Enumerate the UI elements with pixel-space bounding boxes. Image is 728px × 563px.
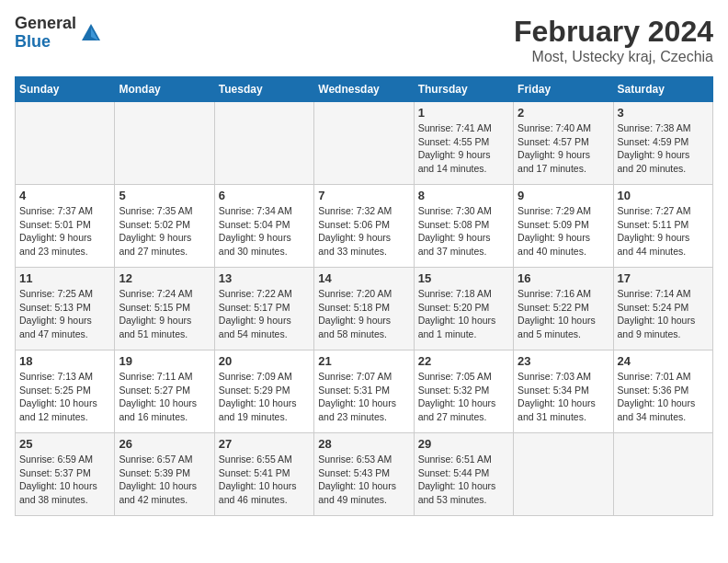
day-info: Sunrise: 7:24 AM Sunset: 5:15 PM Dayligh… bbox=[119, 287, 210, 341]
month-title: February 2024 bbox=[514, 15, 713, 49]
logo-icon bbox=[78, 20, 104, 46]
calendar-week-row: 4Sunrise: 7:37 AM Sunset: 5:01 PM Daylig… bbox=[16, 185, 713, 268]
calendar-header-tuesday: Tuesday bbox=[214, 77, 313, 102]
day-number: 26 bbox=[119, 437, 210, 451]
calendar-cell bbox=[613, 433, 712, 516]
day-number: 24 bbox=[618, 354, 709, 368]
day-info: Sunrise: 7:34 AM Sunset: 5:04 PM Dayligh… bbox=[219, 204, 310, 259]
calendar-cell: 3Sunrise: 7:38 AM Sunset: 4:59 PM Daylig… bbox=[613, 102, 712, 185]
calendar-week-row: 18Sunrise: 7:13 AM Sunset: 5:25 PM Dayli… bbox=[16, 350, 713, 433]
day-info: Sunrise: 7:32 AM Sunset: 5:06 PM Dayligh… bbox=[318, 204, 409, 259]
calendar-cell: 6Sunrise: 7:34 AM Sunset: 5:04 PM Daylig… bbox=[214, 185, 313, 268]
day-info: Sunrise: 6:55 AM Sunset: 5:41 PM Dayligh… bbox=[219, 453, 310, 507]
day-number: 8 bbox=[418, 189, 509, 202]
day-number: 20 bbox=[219, 354, 310, 368]
calendar-cell: 9Sunrise: 7:29 AM Sunset: 5:09 PM Daylig… bbox=[514, 185, 613, 268]
header: General Blue February 2024 Most, Ustecky… bbox=[15, 15, 713, 65]
day-number: 28 bbox=[318, 437, 409, 451]
day-number: 13 bbox=[219, 271, 310, 285]
calendar-cell: 25Sunrise: 6:59 AM Sunset: 5:37 PM Dayli… bbox=[16, 433, 115, 516]
calendar-cell: 23Sunrise: 7:03 AM Sunset: 5:34 PM Dayli… bbox=[514, 350, 613, 433]
calendar-header-friday: Friday bbox=[514, 77, 613, 102]
day-number: 5 bbox=[119, 189, 210, 202]
day-number: 4 bbox=[19, 189, 110, 202]
day-info: Sunrise: 7:38 AM Sunset: 4:59 PM Dayligh… bbox=[618, 121, 709, 176]
day-info: Sunrise: 7:41 AM Sunset: 4:55 PM Dayligh… bbox=[418, 121, 509, 176]
day-info: Sunrise: 7:11 AM Sunset: 5:27 PM Dayligh… bbox=[119, 370, 210, 424]
calendar-cell: 2Sunrise: 7:40 AM Sunset: 4:57 PM Daylig… bbox=[514, 102, 613, 185]
calendar-cell: 18Sunrise: 7:13 AM Sunset: 5:25 PM Dayli… bbox=[16, 350, 115, 433]
calendar-header-wednesday: Wednesday bbox=[314, 77, 414, 102]
calendar-cell: 21Sunrise: 7:07 AM Sunset: 5:31 PM Dayli… bbox=[314, 350, 414, 433]
calendar: SundayMondayTuesdayWednesdayThursdayFrid… bbox=[15, 76, 713, 516]
calendar-header-monday: Monday bbox=[115, 77, 214, 102]
day-number: 11 bbox=[19, 271, 110, 285]
day-info: Sunrise: 7:22 AM Sunset: 5:17 PM Dayligh… bbox=[219, 287, 310, 341]
day-info: Sunrise: 7:35 AM Sunset: 5:02 PM Dayligh… bbox=[119, 204, 210, 259]
calendar-cell: 8Sunrise: 7:30 AM Sunset: 5:08 PM Daylig… bbox=[414, 185, 513, 268]
calendar-cell: 29Sunrise: 6:51 AM Sunset: 5:44 PM Dayli… bbox=[414, 433, 513, 516]
day-info: Sunrise: 7:25 AM Sunset: 5:13 PM Dayligh… bbox=[19, 287, 110, 341]
day-number: 21 bbox=[318, 354, 409, 368]
logo-blue-text: Blue bbox=[15, 33, 76, 52]
day-info: Sunrise: 6:57 AM Sunset: 5:39 PM Dayligh… bbox=[119, 453, 210, 507]
day-info: Sunrise: 7:16 AM Sunset: 5:22 PM Dayligh… bbox=[518, 287, 609, 341]
calendar-cell: 28Sunrise: 6:53 AM Sunset: 5:43 PM Dayli… bbox=[314, 433, 414, 516]
calendar-cell: 12Sunrise: 7:24 AM Sunset: 5:15 PM Dayli… bbox=[115, 268, 214, 350]
calendar-week-row: 1Sunrise: 7:41 AM Sunset: 4:55 PM Daylig… bbox=[16, 102, 713, 185]
day-info: Sunrise: 7:27 AM Sunset: 5:11 PM Dayligh… bbox=[618, 204, 709, 259]
day-number: 22 bbox=[418, 354, 509, 368]
calendar-cell bbox=[514, 433, 613, 516]
calendar-week-row: 11Sunrise: 7:25 AM Sunset: 5:13 PM Dayli… bbox=[16, 268, 713, 350]
day-number: 2 bbox=[518, 106, 609, 120]
day-number: 19 bbox=[119, 354, 210, 368]
calendar-cell: 4Sunrise: 7:37 AM Sunset: 5:01 PM Daylig… bbox=[16, 185, 115, 268]
calendar-cell bbox=[214, 102, 313, 185]
day-number: 3 bbox=[618, 106, 709, 120]
calendar-cell: 7Sunrise: 7:32 AM Sunset: 5:06 PM Daylig… bbox=[314, 185, 414, 268]
day-number: 14 bbox=[318, 271, 409, 285]
day-number: 27 bbox=[219, 437, 310, 451]
day-number: 23 bbox=[518, 354, 609, 368]
title-area: February 2024 Most, Ustecky kraj, Czechi… bbox=[514, 15, 713, 65]
day-number: 16 bbox=[518, 271, 609, 285]
day-info: Sunrise: 7:03 AM Sunset: 5:34 PM Dayligh… bbox=[518, 370, 609, 424]
calendar-cell: 24Sunrise: 7:01 AM Sunset: 5:36 PM Dayli… bbox=[613, 350, 712, 433]
calendar-cell: 14Sunrise: 7:20 AM Sunset: 5:18 PM Dayli… bbox=[314, 268, 414, 350]
calendar-header-thursday: Thursday bbox=[414, 77, 513, 102]
calendar-cell: 26Sunrise: 6:57 AM Sunset: 5:39 PM Dayli… bbox=[115, 433, 214, 516]
day-info: Sunrise: 6:59 AM Sunset: 5:37 PM Dayligh… bbox=[19, 453, 110, 507]
calendar-cell: 19Sunrise: 7:11 AM Sunset: 5:27 PM Dayli… bbox=[115, 350, 214, 433]
day-info: Sunrise: 7:07 AM Sunset: 5:31 PM Dayligh… bbox=[318, 370, 409, 424]
calendar-header-saturday: Saturday bbox=[613, 77, 712, 102]
day-info: Sunrise: 7:13 AM Sunset: 5:25 PM Dayligh… bbox=[19, 370, 110, 424]
day-number: 7 bbox=[318, 189, 409, 202]
calendar-cell: 22Sunrise: 7:05 AM Sunset: 5:32 PM Dayli… bbox=[414, 350, 513, 433]
calendar-cell bbox=[16, 102, 115, 185]
calendar-cell: 1Sunrise: 7:41 AM Sunset: 4:55 PM Daylig… bbox=[414, 102, 513, 185]
day-info: Sunrise: 6:53 AM Sunset: 5:43 PM Dayligh… bbox=[318, 453, 409, 507]
day-number: 6 bbox=[219, 189, 310, 202]
day-number: 25 bbox=[19, 437, 110, 451]
calendar-header-row: SundayMondayTuesdayWednesdayThursdayFrid… bbox=[16, 77, 713, 102]
calendar-cell bbox=[314, 102, 414, 185]
day-info: Sunrise: 7:29 AM Sunset: 5:09 PM Dayligh… bbox=[518, 204, 609, 259]
calendar-cell: 20Sunrise: 7:09 AM Sunset: 5:29 PM Dayli… bbox=[214, 350, 313, 433]
calendar-cell: 15Sunrise: 7:18 AM Sunset: 5:20 PM Dayli… bbox=[414, 268, 513, 350]
day-number: 1 bbox=[418, 106, 509, 120]
day-number: 17 bbox=[618, 271, 709, 285]
day-number: 29 bbox=[418, 437, 509, 451]
logo-general-text: General bbox=[15, 15, 76, 33]
day-info: Sunrise: 7:30 AM Sunset: 5:08 PM Dayligh… bbox=[418, 204, 509, 259]
day-info: Sunrise: 7:40 AM Sunset: 4:57 PM Dayligh… bbox=[518, 121, 609, 176]
calendar-cell: 5Sunrise: 7:35 AM Sunset: 5:02 PM Daylig… bbox=[115, 185, 214, 268]
day-info: Sunrise: 7:05 AM Sunset: 5:32 PM Dayligh… bbox=[418, 370, 509, 424]
calendar-cell: 16Sunrise: 7:16 AM Sunset: 5:22 PM Dayli… bbox=[514, 268, 613, 350]
calendar-cell bbox=[115, 102, 214, 185]
location-title: Most, Ustecky kraj, Czechia bbox=[514, 49, 713, 65]
day-info: Sunrise: 7:14 AM Sunset: 5:24 PM Dayligh… bbox=[618, 287, 709, 341]
calendar-cell: 13Sunrise: 7:22 AM Sunset: 5:17 PM Dayli… bbox=[214, 268, 313, 350]
calendar-cell: 27Sunrise: 6:55 AM Sunset: 5:41 PM Dayli… bbox=[214, 433, 313, 516]
day-info: Sunrise: 7:20 AM Sunset: 5:18 PM Dayligh… bbox=[318, 287, 409, 341]
calendar-header-sunday: Sunday bbox=[16, 77, 115, 102]
